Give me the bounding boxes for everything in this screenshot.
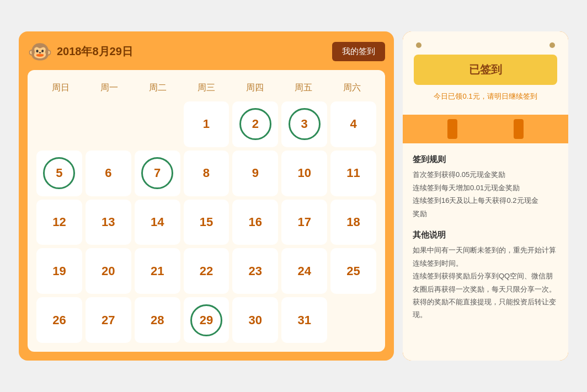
day-cell-31[interactable]: 31 [281, 297, 327, 343]
weekday-sun: 周日 [36, 79, 85, 97]
binding-clips [403, 115, 568, 143]
weekday-wed: 周三 [182, 79, 231, 97]
weekday-headers: 周日 周一 周二 周三 周四 周五 周六 [36, 79, 376, 97]
calendar: 周日 周一 周二 周三 周四 周五 周六 1234567891011121314… [28, 70, 385, 352]
weekday-mon: 周一 [85, 79, 134, 97]
calendar-header: 🐵 2018年8月29日 我的签到 [28, 40, 385, 63]
day-cell-18[interactable]: 18 [330, 200, 376, 245]
day-cell-14[interactable]: 14 [135, 200, 180, 245]
day-cell-27[interactable]: 27 [86, 297, 131, 343]
day-cell-12[interactable]: 12 [36, 200, 82, 245]
header-date: 2018年8月29日 [57, 44, 133, 59]
header-left: 🐵 2018年8月29日 [28, 40, 133, 63]
day-cell-10[interactable]: 10 [281, 151, 327, 196]
day-cell-1[interactable]: 1 [184, 101, 230, 147]
weekday-fri: 周五 [279, 79, 328, 97]
empty-cell [135, 101, 180, 147]
day-cell-5[interactable]: 5 [36, 151, 82, 196]
weekday-thu: 周四 [231, 79, 279, 97]
left-panel: 🐵 2018年8月29日 我的签到 周日 周一 周二 周三 周四 周五 周六 [19, 31, 394, 361]
signed-button: 已签到 [414, 55, 557, 85]
rules-text: 首次签到获得0.05元现金奖励 连续签到每天增加0.01元现金奖励 连续签到16… [413, 168, 558, 220]
right-bottom: 签到规则 首次签到获得0.05元现金奖励 连续签到每天增加0.01元现金奖励 连… [403, 143, 568, 361]
day-cell-30[interactable]: 30 [232, 297, 278, 343]
day-cell-11[interactable]: 11 [330, 151, 376, 196]
other-text: 如果中间有一天间断未签到的，重先开始计算连续签到时间。 连续签到获得奖励后分享到… [413, 244, 558, 321]
day-cell-15[interactable]: 15 [184, 200, 230, 245]
weekday-sat: 周六 [328, 79, 376, 97]
day-cell-23[interactable]: 23 [232, 248, 278, 294]
day-cell-7[interactable]: 7 [135, 151, 180, 196]
right-panel: 已签到 今日已领0.1元，请明日继续签到 签到规则 首次签到获得0.05元现金奖… [403, 31, 568, 361]
empty-cell [86, 101, 131, 147]
empty-cell [36, 101, 82, 147]
rules-title: 签到规则 [413, 152, 558, 167]
day-cell-17[interactable]: 17 [281, 200, 327, 245]
day-cell-9[interactable]: 9 [232, 151, 278, 196]
day-cell-21[interactable]: 21 [135, 248, 180, 294]
day-cell-13[interactable]: 13 [86, 200, 131, 245]
dot-left [416, 42, 421, 48]
day-cell-24[interactable]: 24 [281, 248, 327, 294]
dots-row [414, 42, 557, 48]
days-grid: 1234567891011121314151617181920212223242… [36, 101, 376, 343]
clip-right [514, 119, 524, 139]
weekday-tue: 周二 [134, 79, 182, 97]
signed-description: 今日已领0.1元，请明日继续签到 [434, 92, 537, 101]
app-container: 🐵 2018年8月29日 我的签到 周日 周一 周二 周三 周四 周五 周六 [8, 20, 579, 372]
day-cell-25[interactable]: 25 [330, 248, 376, 294]
right-top: 已签到 今日已领0.1元，请明日继续签到 [403, 31, 568, 115]
mascot-icon: 🐵 [28, 40, 52, 63]
day-cell-29[interactable]: 29 [184, 297, 230, 343]
day-cell-6[interactable]: 6 [86, 151, 131, 196]
day-cell-20[interactable]: 20 [86, 248, 131, 294]
day-cell-2[interactable]: 2 [232, 101, 278, 147]
dot-right [549, 42, 555, 48]
day-cell-8[interactable]: 8 [184, 151, 230, 196]
other-title: 其他说明 [413, 228, 558, 242]
my-signin-button[interactable]: 我的签到 [332, 42, 385, 61]
clip-left [447, 119, 457, 139]
day-cell-22[interactable]: 22 [184, 248, 230, 294]
day-cell-26[interactable]: 26 [36, 297, 82, 343]
day-cell-28[interactable]: 28 [135, 297, 180, 343]
day-cell-3[interactable]: 3 [281, 101, 327, 147]
day-cell-4[interactable]: 4 [330, 101, 376, 147]
day-cell-16[interactable]: 16 [232, 200, 278, 245]
day-cell-19[interactable]: 19 [36, 248, 82, 294]
